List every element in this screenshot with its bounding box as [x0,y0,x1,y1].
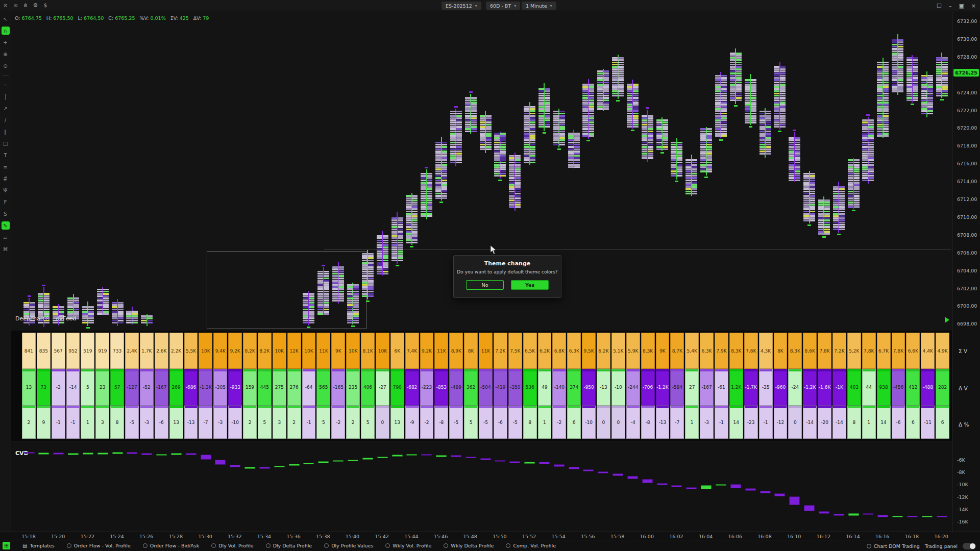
price-axis[interactable]: 6732,006730,006728,006726,006724,006722,… [952,12,980,532]
parallel-channel-tool-icon[interactable]: ∥ [2,128,10,136]
footprint-row [377,271,388,273]
ask-cell [515,184,521,186]
delta-pct-cell-strip [597,406,610,408]
yes-button[interactable]: Yes [511,280,549,290]
ask-cell [854,182,860,184]
bid-cell [700,164,706,166]
template-radio[interactable]: Dly Profile Values [324,543,373,548]
rectangle-tool-icon[interactable]: □ [2,139,10,147]
pitchfork-tool-icon[interactable]: Ψ [2,186,10,194]
bid-cell [347,284,353,286]
close-button[interactable]: × [971,3,976,9]
bid-cell [892,68,897,70]
compare-icon[interactable]: ∞ [13,0,17,11]
bid-cell [524,108,529,110]
timeframe-select[interactable]: 1 Minute▾ [522,2,556,10]
bid-cell [377,246,382,248]
eraser-tool-icon[interactable]: ▱ [2,233,10,241]
cvd-pane[interactable]: CVD [0,441,952,532]
template-radio[interactable]: Order Flow - Vol. Profile [67,543,131,548]
vertical-line-tool-icon[interactable]: │ [2,92,10,101]
text-tool-icon[interactable]: T [2,151,10,159]
ask-cell [692,177,697,179]
no-button[interactable]: No [466,280,504,290]
goto-realtime-button[interactable] [945,317,949,323]
delta-cell: 235 [346,369,360,406]
bid-cell [538,104,544,106]
measure-tool-icon[interactable]: ⌘ [2,245,10,253]
ask-cell [338,291,344,293]
footprint-row [82,322,94,324]
bid-cell [494,162,500,164]
ask-cell [898,53,903,55]
brush-tool-icon[interactable]: ✎ [2,221,10,230]
footprint-row [597,104,609,106]
ask-cell [663,148,668,151]
delta-cell: -584 [670,369,684,406]
footprint-row [862,133,874,135]
minimize-button[interactable]: – [949,3,952,9]
ask-cell [942,70,948,72]
template-radio[interactable]: Wkly Delta Profile [444,543,494,548]
template-radio[interactable]: Wkly Vol. Profile [385,543,431,548]
active-layout-icon[interactable]: ⊞ [3,542,10,549]
bid-cell [406,195,411,197]
settings-gear-icon[interactable]: ⚙ [33,0,38,11]
session-tool-icon[interactable]: S [2,210,10,218]
ask-cell [574,155,580,157]
horizontal-line-tool-icon[interactable]: − [2,81,10,89]
trend-line-tool-icon[interactable]: ∕ [2,116,10,124]
delta-pct-cell: -2 [552,406,566,439]
grid-tool-icon[interactable]: # [2,174,10,183]
footprint-row [730,72,742,74]
indicators-icon[interactable]: ılı [23,0,27,11]
multi-line-tool-icon[interactable]: ≡ [2,163,10,171]
footprint-row [877,121,889,123]
delta-pct-cell-strip [730,406,743,408]
trading-panel-toggle[interactable] [963,543,976,549]
plus-tool-icon[interactable]: + [2,38,10,46]
footprint-row [465,99,477,102]
footprint-row [332,299,344,302]
magnet-tool-icon[interactable]: ∩ [2,27,10,35]
time-axis[interactable]: 15:1815:2015:2215:2415:2615:2815:3015:32… [0,532,980,540]
footprint-row [494,173,506,175]
templates-button[interactable]: ▤ Templates [22,543,55,548]
zoom-tool-icon[interactable]: ⊙ [2,62,10,70]
ask-cell [780,117,786,119]
close-chart-icon[interactable]: × [3,0,7,11]
pointer-tool-icon[interactable]: ↖ [2,15,10,23]
template-radio[interactable]: Dly Delta Profile [266,543,312,548]
footprint-row [730,97,742,99]
footprint-row [480,133,492,135]
ask-cell [103,297,109,299]
footprint-row [892,68,903,70]
ask-cell [751,104,756,106]
symbol-select[interactable]: ES-202512▾ [442,2,481,10]
template-radio[interactable]: Dly Vol. Profile [211,543,253,548]
bid-cell [568,157,574,159]
dollar-icon[interactable]: $ [43,0,46,11]
footprint-row [892,72,903,74]
ask-cell [927,104,933,106]
bid-cell [97,302,103,304]
template-radio[interactable]: Order Flow - Bid/Ask [143,543,200,548]
footprint-row [480,117,492,119]
restore-button[interactable]: ▣ [959,3,964,9]
footprint-row [377,242,388,244]
range-select[interactable]: 60D - BT▾ [486,2,520,10]
maximize-button[interactable]: ☐ [937,3,942,9]
bid-cell [568,151,574,153]
volume-cell: 7,2K [832,333,846,369]
template-radio[interactable]: Comp. Vol. Profile [506,543,556,548]
footprint-row [362,284,374,286]
ray-tool-icon[interactable]: ↗ [2,104,10,112]
price-tick-label: 6718,00 [957,143,977,148]
templates-icon: ▤ [22,543,27,548]
fib-tool-icon[interactable]: F [2,198,10,206]
chart-dom-trading-radio[interactable]: Chart DOM Trading [867,543,920,549]
ask-cell [868,175,874,177]
bid-cell [848,170,853,172]
crosshair-tool-icon[interactable]: ⊕ [2,50,10,58]
footprint-row [332,288,344,290]
